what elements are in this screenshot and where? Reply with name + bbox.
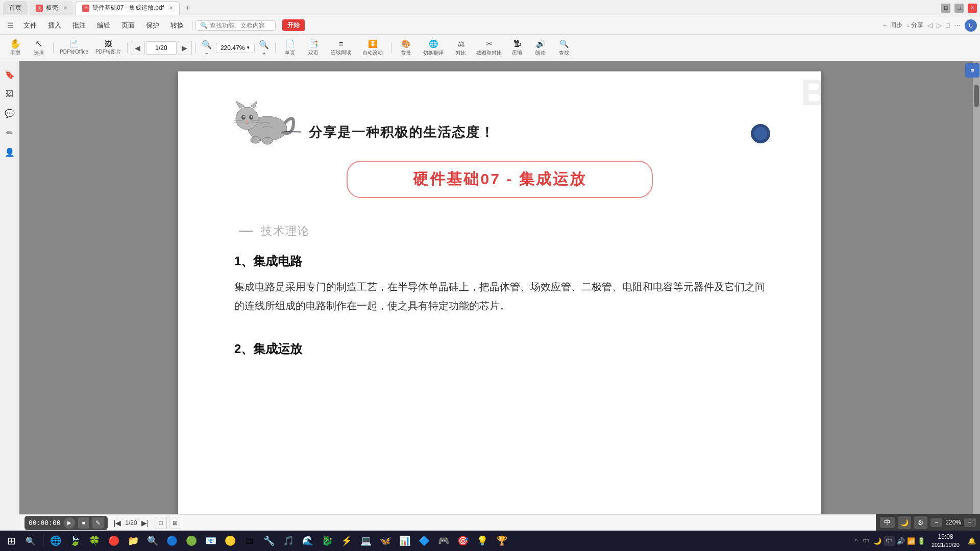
close-window-btn[interactable]: ✕ <box>968 4 977 13</box>
continuous-btn[interactable]: ≡ 连续阅读 <box>326 37 356 59</box>
bookmark-icon[interactable]: 🔖 <box>2 66 18 83</box>
taskbar-app10[interactable]: 🦋 <box>376 532 395 550</box>
taskbar-app4[interactable]: 🗂 <box>240 532 259 550</box>
taskbar-app5[interactable]: 🔧 <box>260 532 278 550</box>
taskbar-app7[interactable]: 🐉 <box>318 532 336 550</box>
lang-cn-btn[interactable]: 中 <box>880 517 895 528</box>
pdf-to-img-btn[interactable]: 🖼 PDF转图片 <box>92 37 124 59</box>
menu-fullscreen[interactable]: □ <box>946 21 950 29</box>
taskbar-app2[interactable]: 🟢 <box>182 532 201 550</box>
comment-menu[interactable]: 批注 <box>67 19 91 32</box>
user-sidebar-icon[interactable]: 👤 <box>2 144 18 160</box>
sync-btn[interactable]: ← 同步 <box>882 21 902 30</box>
home-tab[interactable]: 首页 <box>3 1 28 15</box>
fit-page-btn[interactable]: □ <box>155 517 167 529</box>
user-avatar[interactable]: U <box>965 19 977 32</box>
taskbar-volume[interactable]: 🔊 <box>897 537 905 545</box>
extract-btn[interactable]: ✂ 截图和对比 <box>473 37 505 59</box>
next-page-btn[interactable]: ▶ <box>178 41 192 55</box>
insert-menu[interactable]: 插入 <box>43 19 66 32</box>
taskbar-edge[interactable]: 🍀 <box>85 532 104 550</box>
notification-btn[interactable]: 🔔 <box>966 537 978 545</box>
compress-btn[interactable]: 🗜 压缩 <box>506 37 528 59</box>
rec-play-btn[interactable]: ▶ <box>64 517 75 529</box>
taskbar-app16[interactable]: 🏆 <box>493 532 511 550</box>
taskbar-network[interactable]: 📶 <box>907 537 915 545</box>
zoom-minus-btn[interactable]: − <box>930 518 942 527</box>
prev-page-btn[interactable]: ◀ <box>131 41 145 55</box>
background-btn[interactable]: 🎨 背景 <box>395 37 417 59</box>
restore-window-btn[interactable]: □ <box>954 4 964 13</box>
share-btn[interactable]: ↓ 分享 <box>906 21 923 30</box>
taskbar-app9[interactable]: 💻 <box>357 532 375 550</box>
edit-menu[interactable]: 编辑 <box>92 19 115 32</box>
menu-nav-fwd[interactable]: ▷ <box>937 21 942 29</box>
rec-pen-btn[interactable]: ✎ <box>92 517 104 529</box>
pdf-tab-close[interactable]: ✕ <box>169 5 173 11</box>
page-first-btn[interactable]: |◀ <box>114 519 121 527</box>
file-menu[interactable]: 文件 <box>18 19 42 32</box>
settings-btn[interactable]: ⚙ <box>914 516 927 529</box>
start-btn[interactable]: ⊞ <box>2 532 20 550</box>
taskbar-app12[interactable]: 🔷 <box>415 532 433 550</box>
scroll-thumb[interactable] <box>974 85 979 107</box>
zoom-plus-btn[interactable]: + <box>964 518 976 527</box>
search-input[interactable] <box>210 22 271 29</box>
taskbar-time-date[interactable]: 19:08 2021/10/20 <box>927 533 964 549</box>
scroll-top-btn[interactable]: ≡ <box>965 63 979 78</box>
pdf-tab[interactable]: P 硬件基础07 - 集成运放.pdf ✕ <box>76 1 180 15</box>
double-page-btn[interactable]: 📑 双页 <box>302 37 325 59</box>
compare-btn[interactable]: ⚖ 对比 <box>450 37 472 59</box>
zoom-display[interactable]: 220.47% ▼ <box>216 43 255 53</box>
window-icon[interactable]: ⊟ <box>941 4 950 13</box>
taskbar-app11[interactable]: 📊 <box>396 532 414 550</box>
taskbar-chrome[interactable]: 🍃 <box>66 532 84 550</box>
taskbar-app6[interactable]: 🌊 <box>299 532 317 550</box>
rec-stop-btn[interactable]: ■ <box>78 517 89 529</box>
taskbar-ie[interactable]: 🌐 <box>46 532 65 550</box>
read-aloud-btn[interactable]: 🔊 朗读 <box>529 37 552 59</box>
taskbar-ime[interactable]: 中 <box>884 536 895 546</box>
taskbar-explorer[interactable]: 📁 <box>124 532 142 550</box>
add-tab-btn[interactable]: + <box>182 2 194 14</box>
taskbar-app14[interactable]: 🎯 <box>454 532 472 550</box>
scrollbar[interactable]: ≡ <box>973 61 980 531</box>
taskbar-app3[interactable]: 🟡 <box>221 532 239 550</box>
pdf-to-office-btn[interactable]: 📄 PDF转Office <box>57 37 91 59</box>
start-button[interactable]: 开始 <box>282 19 305 31</box>
zoom-out-btn[interactable]: 🔍 − <box>199 37 215 59</box>
taskbar-wps[interactable]: 🔴 <box>105 532 123 550</box>
thumbnail-icon[interactable]: 🖼 <box>2 86 18 102</box>
comment-sidebar-icon[interactable]: 💬 <box>2 105 18 121</box>
moon-btn[interactable]: 🌙 <box>898 516 911 529</box>
taskbar-mail[interactable]: 📧 <box>202 532 220 550</box>
page-menu[interactable]: 页面 <box>116 19 140 32</box>
annotation-icon[interactable]: ✏ <box>2 124 18 141</box>
translate-btn[interactable]: 🌐 切换翻译 <box>418 37 449 59</box>
find-btn[interactable]: 🔍 查找 <box>553 37 575 59</box>
fit-width-btn[interactable]: ⊞ <box>169 517 181 529</box>
hamburger-menu[interactable]: ☰ <box>3 18 17 33</box>
menu-nav-back[interactable]: ◁ <box>927 21 933 29</box>
protect-menu[interactable]: 保护 <box>141 19 164 32</box>
taskbar-app13[interactable]: 🎮 <box>434 532 453 550</box>
taskbar-moon[interactable]: 🌙 <box>873 537 881 545</box>
taskbar-search[interactable]: 🔍 <box>21 532 40 550</box>
auto-scroll-btn[interactable]: ⏬ 自动滚动 <box>357 37 388 59</box>
select-tool-btn[interactable]: ↖ 选择 <box>28 37 50 59</box>
single-page-btn[interactable]: 📄 单页 <box>279 37 301 59</box>
taskbar-music[interactable]: 🎵 <box>279 532 298 550</box>
taskbar-app15[interactable]: 💡 <box>473 532 492 550</box>
taskbar-lang[interactable]: 中 <box>861 537 871 545</box>
zoom-in-btn[interactable]: 🔍 + <box>256 37 272 59</box>
taskbar-app8[interactable]: ⚡ <box>337 532 356 550</box>
search-box[interactable]: 🔍 <box>195 20 276 31</box>
taskbar-battery[interactable]: 🔋 <box>917 537 925 545</box>
taskbar-app1[interactable]: 🔵 <box>163 532 181 550</box>
doc-tab[interactable]: 文 板壳 ✕ <box>30 1 74 15</box>
hand-tool-btn[interactable]: ✋ 手型 <box>4 37 27 59</box>
taskbar-search2[interactable]: 🔍 <box>143 532 162 550</box>
doc-tab-close[interactable]: ✕ <box>63 5 67 11</box>
page-next-btn[interactable]: ▶| <box>141 519 149 527</box>
menu-more[interactable]: ⋯ <box>954 21 961 29</box>
